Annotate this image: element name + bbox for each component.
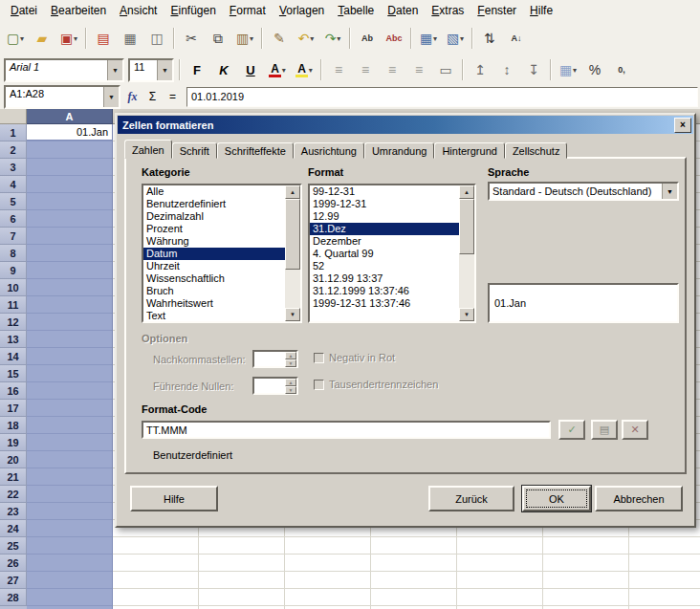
menu-item[interactable]: Bearbeiten: [44, 1, 113, 20]
row-header[interactable]: 24: [0, 520, 27, 537]
scroll-up-icon[interactable]: ▲: [285, 185, 300, 199]
row-header[interactable]: 17: [0, 400, 27, 417]
kategorie-item[interactable]: Wissenschaftlich: [143, 272, 285, 285]
number-format-button[interactable]: 0,: [608, 57, 635, 83]
hilfe-button[interactable]: Hilfe: [130, 486, 218, 511]
row-header[interactable]: 5: [0, 193, 27, 210]
menu-item[interactable]: Extras: [425, 1, 470, 20]
bold-button[interactable]: F: [184, 57, 210, 83]
row-header[interactable]: 15: [0, 365, 27, 382]
format-item[interactable]: 52: [310, 260, 459, 272]
format-item[interactable]: 99-12-31: [310, 185, 459, 198]
font-color-button[interactable]: A ▾: [264, 57, 291, 83]
align-right-icon[interactable]: ≡: [379, 57, 405, 83]
row-header[interactable]: 12: [0, 314, 27, 331]
format-item[interactable]: 1999-12-31 13:37:46: [310, 297, 459, 310]
sprache-dropdown[interactable]: Standard - Deutsch (Deutschland) ▼: [488, 182, 679, 201]
scroll-down-icon[interactable]: ▼: [459, 308, 474, 321]
format-code-input[interactable]: TT.MMM: [142, 421, 551, 439]
dialog-tab[interactable]: Zahlen: [124, 140, 172, 159]
page-preview-icon[interactable]: ◫: [143, 26, 170, 52]
center-vertical-icon[interactable]: ↕: [493, 57, 520, 83]
function-wizard-button[interactable]: fx: [123, 88, 142, 106]
dropdown-arrow-icon[interactable]: ▼: [107, 60, 122, 80]
font-name-combobox[interactable]: Arial 1 ▼: [4, 58, 124, 82]
row-header[interactable]: 11: [0, 296, 27, 314]
scrollbar-thumb[interactable]: [285, 199, 300, 270]
row-header[interactable]: 1: [0, 124, 27, 141]
kategorie-item[interactable]: Dezimalzahl: [143, 210, 285, 223]
kategorie-item[interactable]: Bruch: [143, 285, 285, 297]
dropdown-arrow-icon[interactable]: ▾: [460, 34, 464, 43]
formula-button[interactable]: =: [164, 88, 182, 106]
dialog-tab[interactable]: Zellschutz: [505, 142, 568, 159]
menu-item[interactable]: Datei: [4, 1, 44, 20]
row-header[interactable]: 8: [0, 245, 27, 262]
column-header-a[interactable]: A: [27, 109, 113, 124]
dropdown-arrow-icon[interactable]: ▼: [103, 87, 119, 107]
align-left-icon[interactable]: ≡: [325, 57, 352, 83]
format-item[interactable]: 1999-12-31: [310, 198, 459, 210]
dialog-titlebar[interactable]: Zellen formatieren: [118, 116, 693, 134]
scroll-down-icon[interactable]: ▼: [285, 308, 300, 321]
undo-icon[interactable]: ↶ ▾: [293, 26, 319, 52]
scroll-up-icon[interactable]: ▲: [459, 185, 474, 199]
menu-item[interactable]: Daten: [381, 1, 425, 20]
insert-object-icon[interactable]: ▧ ▾: [442, 26, 469, 52]
kategorie-item[interactable]: Alle: [143, 185, 285, 198]
print-icon[interactable]: ▦: [117, 26, 143, 52]
kategorie-item[interactable]: Benutzerdefiniert: [143, 198, 285, 210]
underline-button[interactable]: U: [237, 57, 264, 83]
select-all-corner[interactable]: [0, 109, 27, 124]
row-header[interactable]: 4: [0, 176, 27, 193]
menu-item[interactable]: Ansicht: [113, 1, 164, 20]
font-size-combobox[interactable]: 11 ▼: [128, 58, 174, 82]
background-color-button[interactable]: ▦ ▾: [555, 57, 581, 83]
align-center-icon[interactable]: ≡: [352, 57, 379, 83]
row-header[interactable]: 2: [0, 141, 27, 159]
new-document-icon[interactable]: ▢ ▾: [2, 26, 29, 52]
row-header[interactable]: 14: [0, 348, 27, 365]
row-header[interactable]: 26: [0, 555, 27, 572]
redo-icon[interactable]: ↷ ▾: [319, 26, 346, 52]
row-header[interactable]: 27: [0, 572, 27, 589]
italic-button[interactable]: K: [210, 57, 237, 83]
row-header[interactable]: 3: [0, 159, 27, 176]
kategorie-item[interactable]: Text: [143, 310, 285, 321]
export-pdf-icon[interactable]: ▤: [90, 26, 117, 52]
abbrechen-button[interactable]: Abbrechen: [595, 486, 683, 511]
scrollbar-thumb[interactable]: [459, 199, 474, 254]
dropdown-arrow-icon[interactable]: ▾: [433, 34, 437, 43]
menu-item[interactable]: Vorlagen: [273, 1, 331, 20]
name-box[interactable]: A1:A28 ▼: [4, 85, 120, 109]
highlight-color-button[interactable]: A ▾: [291, 57, 317, 83]
dialog-tab[interactable]: Schrifteffekte: [217, 142, 294, 159]
row-header[interactable]: 10: [0, 279, 27, 296]
row-header[interactable]: 19: [0, 434, 27, 451]
merge-cells-icon[interactable]: ▭: [432, 57, 459, 83]
row-header[interactable]: 22: [0, 486, 27, 503]
dropdown-arrow-icon[interactable]: ▾: [20, 34, 24, 43]
dropdown-arrow-icon[interactable]: ▾: [310, 34, 314, 43]
dropdown-arrow-icon[interactable]: ▼: [157, 60, 172, 80]
row-header[interactable]: 13: [0, 331, 27, 348]
format-item[interactable]: Dezember: [310, 235, 459, 248]
row-header[interactable]: 20: [0, 451, 27, 468]
row-header[interactable]: 6: [0, 210, 27, 228]
menu-item[interactable]: Einfügen: [164, 1, 222, 20]
dialog-tab[interactable]: Umrandung: [364, 142, 434, 159]
align-bottom-icon[interactable]: ↧: [520, 57, 547, 83]
kategorie-scrollbar[interactable]: ▲ ▼: [285, 185, 300, 321]
sort-ascending-icon[interactable]: A↓: [503, 26, 530, 52]
format-item[interactable]: 31.12.1999 13:37:46: [310, 285, 459, 297]
spellcheck-icon[interactable]: Abc: [381, 26, 407, 52]
table-icon[interactable]: ▦ ▾: [415, 26, 442, 52]
ok-button[interactable]: OK: [522, 486, 591, 511]
copy-icon[interactable]: ⧉: [205, 26, 231, 52]
row-header[interactable]: 16: [0, 382, 27, 400]
row-header[interactable]: 9: [0, 262, 27, 279]
sum-button[interactable]: Σ: [143, 88, 162, 106]
menu-item[interactable]: Fenster: [470, 1, 523, 20]
dropdown-arrow-icon[interactable]: ▾: [337, 34, 340, 43]
kategorie-item[interactable]: Prozent: [143, 223, 285, 235]
